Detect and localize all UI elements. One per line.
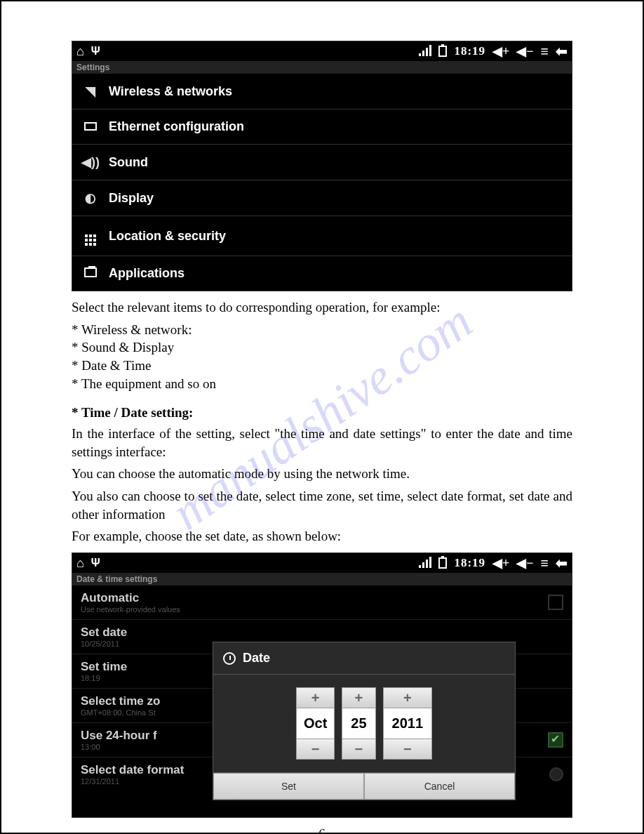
day-minus-button[interactable]: − xyxy=(342,739,375,760)
bullet: * Wireless & network: xyxy=(72,321,572,339)
paragraph: For example, choose the set date, as sho… xyxy=(72,527,572,545)
checkbox-icon[interactable] xyxy=(548,595,563,610)
back-icon: ⬅ xyxy=(556,43,568,60)
volume-down-icon: ◀− xyxy=(516,555,533,571)
home-icon: ⌂ xyxy=(76,44,84,59)
settings-screenshot-1: ⌂ Ψ 18:19 ◀+ ◀− ≡ ⬅ Settings ◥ Wireless … xyxy=(72,41,572,291)
settings-row-applications[interactable]: Applications xyxy=(72,256,572,291)
bullet: * Sound & Display xyxy=(72,338,572,357)
day-plus-button[interactable]: + xyxy=(342,687,375,708)
set-button[interactable]: Set xyxy=(213,773,364,800)
settings-label: Display xyxy=(109,191,154,206)
wifi-icon: ◥ xyxy=(81,84,100,99)
row-automatic[interactable]: Automatic Use network-provided values xyxy=(72,585,572,620)
bullet: * Date & Time xyxy=(72,357,572,375)
settings-row-location[interactable]: Location & security xyxy=(72,216,572,256)
intro-text: Select the relevant items to do correspo… xyxy=(72,298,572,317)
settings-label: Location & security xyxy=(109,229,226,244)
month-value[interactable]: Oct xyxy=(296,708,335,739)
volume-down-icon: ◀− xyxy=(516,44,533,59)
year-plus-button[interactable]: + xyxy=(383,687,433,708)
month-minus-button[interactable]: − xyxy=(296,739,335,760)
year-value[interactable]: 2011 xyxy=(383,708,433,739)
settings-header: Settings xyxy=(72,61,572,74)
applications-icon xyxy=(81,266,100,281)
paragraph: In the interface of the setting, select … xyxy=(72,425,572,461)
menu-icon: ≡ xyxy=(541,558,549,568)
usb-icon: Ψ xyxy=(91,557,100,569)
usb-icon: Ψ xyxy=(91,45,100,58)
settings-row-wireless[interactable]: ◥ Wireless & networks xyxy=(72,74,572,110)
ethernet-icon xyxy=(81,119,100,134)
section-heading: * Time / Date setting: xyxy=(72,405,572,421)
status-time: 18:19 xyxy=(454,44,485,58)
status-bar: ⌂ Ψ 18:19 ◀+ ◀− ≡ ⬅ xyxy=(72,41,572,61)
bullet: * The equipment and so on xyxy=(72,375,572,393)
dialog-title-bar: Date xyxy=(213,642,515,675)
radio-icon[interactable] xyxy=(549,767,563,781)
settings-label: Applications xyxy=(109,266,185,281)
settings-row-ethernet[interactable]: Ethernet configuration xyxy=(72,110,572,145)
cancel-button[interactable]: Cancel xyxy=(364,773,515,800)
clock-icon xyxy=(223,652,236,665)
paragraph: You can choose the automatic mode by usi… xyxy=(72,465,572,483)
sound-icon: ◀)) xyxy=(81,154,100,170)
menu-icon: ≡ xyxy=(541,46,549,56)
settings-label: Sound xyxy=(109,155,148,170)
battery-icon xyxy=(438,557,447,569)
back-icon: ⬅ xyxy=(556,555,568,571)
day-spinner: + 25 − xyxy=(342,687,375,760)
volume-up-icon: ◀+ xyxy=(492,555,509,571)
volume-up-icon: ◀+ xyxy=(492,44,509,59)
signal-icon xyxy=(419,46,431,56)
settings-label: Ethernet configuration xyxy=(109,119,244,134)
year-minus-button[interactable]: − xyxy=(383,739,433,760)
date-settings-screenshot: ⌂ Ψ 18:19 ◀+ ◀− ≡ ⬅ Date & time settings… xyxy=(72,552,572,818)
month-spinner: + Oct − xyxy=(296,687,335,760)
home-icon: ⌂ xyxy=(76,556,84,571)
signal-icon xyxy=(419,558,431,568)
display-icon: ◐ xyxy=(81,190,100,206)
settings-row-sound[interactable]: ◀)) Sound xyxy=(72,145,572,180)
date-dialog: Date + Oct − + 25 − + 2011 xyxy=(213,642,516,800)
month-plus-button[interactable]: + xyxy=(296,687,335,708)
page-number: 6 xyxy=(40,826,604,834)
settings-row-display[interactable]: ◐ Display xyxy=(72,180,572,216)
checkbox-icon[interactable] xyxy=(548,732,563,748)
grid-icon xyxy=(81,226,100,246)
datetime-header: Date & time settings xyxy=(72,573,572,585)
paragraph: You also can choose to set the date, sel… xyxy=(72,487,572,523)
settings-label: Wireless & networks xyxy=(109,84,232,99)
status-time: 18:19 xyxy=(454,556,485,570)
day-value[interactable]: 25 xyxy=(342,708,375,739)
dialog-title: Date xyxy=(243,651,270,666)
status-bar: ⌂ Ψ 18:19 ◀+ ◀− ≡ ⬅ xyxy=(72,553,572,573)
battery-icon xyxy=(438,46,447,57)
year-spinner: + 2011 − xyxy=(383,687,433,760)
